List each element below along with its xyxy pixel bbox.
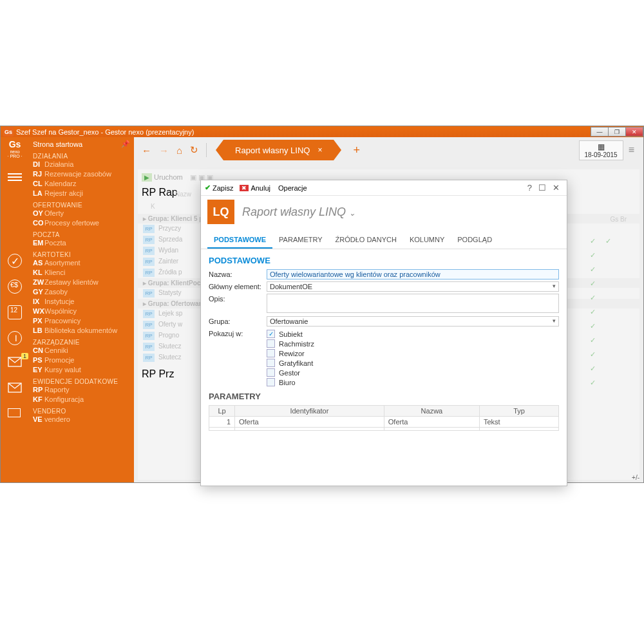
rail-timer-icon[interactable]: ╷: [8, 331, 22, 345]
sidebar-item[interactable]: LBBiblioteka dokumentów: [33, 326, 134, 336]
dialog-title: Raport własny LINQ ⌄: [242, 205, 355, 219]
tab-podglad[interactable]: PODGLĄD: [451, 232, 498, 249]
title-bar: Gs Szef Szef na Gestor_nexo - Gestor nex…: [1, 126, 643, 137]
tab-parametry[interactable]: PARAMETRY: [272, 232, 328, 249]
close-dialog-icon[interactable]: ✕: [553, 183, 560, 193]
linq-report-dialog: ✔ Zapisz ✖ Anuluj Operacje ? ☐ ✕ LQ Rapo…: [200, 180, 567, 486]
rail-mail2-icon[interactable]: [8, 383, 22, 397]
tab-podstawowe[interactable]: PODSTAWOWE: [207, 232, 272, 249]
sidebar-item[interactable]: ZWZestawy klientów: [33, 278, 134, 287]
sidebar: 📌 Strona startowa DZIAŁANIA DIDziałaniaR…: [29, 137, 134, 482]
label-pokazuj: Pokazuj w:: [209, 328, 267, 337]
tab-zrodlo[interactable]: ŹRÓDŁO DANYCH: [329, 232, 403, 249]
sidebar-item[interactable]: PSPromocje: [33, 355, 134, 365]
sidebar-item[interactable]: GYZasoby: [33, 287, 134, 297]
refresh-icon[interactable]: ↻: [190, 144, 198, 156]
x-icon: ✖: [240, 185, 249, 191]
rail-check-icon[interactable]: ✓: [8, 254, 22, 268]
sidebar-home[interactable]: Strona startowa: [33, 140, 134, 149]
calendar-icon: ▦: [585, 142, 618, 151]
mail-badge: 1: [21, 353, 28, 359]
new-tab-icon[interactable]: +: [353, 144, 360, 157]
back-icon[interactable]: ←: [142, 145, 151, 156]
tab-label: Raport własny LINQ: [235, 146, 310, 155]
main-toolbar: ← → ⌂ ↻ Raport własny LINQ × + ▦18-09-20…: [134, 137, 643, 163]
close-button[interactable]: ✕: [625, 127, 643, 137]
sidebar-item[interactable]: KFKonfiguracja: [33, 395, 134, 404]
section-vendero: VENDERO: [33, 408, 134, 415]
section-ewid: EWIDENCJE DODATKOWE: [33, 378, 134, 385]
label-grupa: Grupa:: [209, 316, 267, 325]
sidebar-item[interactable]: CLKalendarz: [33, 179, 134, 189]
active-tab[interactable]: Raport własny LINQ ×: [223, 140, 334, 160]
sidebar-item[interactable]: IXInstytucje: [33, 297, 134, 307]
sidebar-item[interactable]: LARejestr akcji: [33, 189, 134, 198]
sidebar-item[interactable]: COProcesy ofertowe: [33, 218, 134, 228]
label-nazwa: Nazwa:: [209, 269, 267, 278]
forward-icon[interactable]: →: [159, 145, 169, 156]
sidebar-item[interactable]: RPRaporty: [33, 385, 134, 395]
tab-close-icon[interactable]: ×: [317, 146, 322, 155]
minimize-button[interactable]: —: [591, 127, 609, 137]
help-icon[interactable]: ?: [527, 183, 532, 193]
menu-icon[interactable]: [8, 171, 22, 183]
sidebar-item[interactable]: RJRezerwacje zasobów: [33, 169, 134, 179]
zoom-toggle[interactable]: +/-: [632, 474, 639, 481]
rail-calendar-icon[interactable]: 12: [8, 305, 22, 319]
bg-checkmarks: ✓ ✓✓✓✓✓✓✓✓✓✓✓: [590, 234, 611, 390]
grupa-select[interactable]: Ofertowanie▾: [267, 316, 559, 327]
sidebar-item[interactable]: WXWspólnicy: [33, 307, 134, 316]
app-window: Gs Szef Szef na Gestor_nexo - Gestor nex…: [0, 126, 644, 483]
dialog-logo: LQ: [207, 200, 234, 224]
date-widget[interactable]: ▦18-09-2015: [579, 140, 623, 160]
show-in-option[interactable]: ✓Subiekt: [267, 330, 559, 338]
section-basic-title: PODSTAWOWE: [209, 256, 559, 265]
sidebar-item[interactable]: KLKlienci: [33, 268, 134, 278]
main-element-select[interactable]: DokumentOE▾: [267, 281, 559, 292]
save-button[interactable]: Zapisz: [213, 184, 233, 192]
sidebar-item[interactable]: ASAsortyment: [33, 258, 134, 268]
section-kartoteki: KARTOTEKI: [33, 251, 134, 258]
rail-mail1-icon[interactable]: 1: [8, 357, 22, 371]
app-icon: Gs: [3, 127, 14, 137]
tab-kolumny[interactable]: KOLUMNY: [403, 232, 451, 249]
cancel-button[interactable]: Anuluj: [251, 184, 270, 192]
dialog-toolbar: ✔ Zapisz ✖ Anuluj Operacje ? ☐ ✕: [201, 180, 567, 196]
label-opis: Opis:: [209, 294, 267, 303]
table-row[interactable]: 1 Oferta Oferta Tekst: [209, 417, 559, 428]
sidebar-item[interactable]: CNCenniki: [33, 346, 134, 355]
rail-euro-icon[interactable]: €$: [8, 279, 22, 294]
table-row[interactable]: [209, 428, 559, 431]
show-in-option[interactable]: Gestor: [267, 368, 559, 377]
show-in-option[interactable]: Rewizor: [267, 349, 559, 357]
sidebar-item[interactable]: OYOferty: [33, 209, 134, 218]
section-dzialania: DZIAŁANIA: [33, 153, 134, 160]
window-title: Szef Szef na Gestor_nexo - Gestor nexo (…: [16, 128, 194, 136]
sidebar-item[interactable]: VEvendero: [33, 415, 134, 424]
section-zarzadzanie: ZARZĄDZANIE: [33, 339, 134, 346]
sidebar-item[interactable]: DIDziałania: [33, 160, 134, 169]
home-icon[interactable]: ⌂: [176, 145, 182, 156]
left-rail: Gsnexo· PRO · ✓ €$ 12 ╷ 1: [1, 137, 29, 482]
rail-cert-icon[interactable]: [8, 408, 22, 422]
nazwa-input[interactable]: [267, 269, 559, 279]
parameters-table: Lp Identyfikator Nazwa Typ 1 Oferta Ofer…: [209, 405, 559, 431]
operations-button[interactable]: Operacje: [278, 184, 307, 192]
check-icon: ✔: [205, 184, 211, 192]
show-in-option[interactable]: Biuro: [267, 378, 559, 386]
maximize-dialog-icon[interactable]: ☐: [538, 183, 546, 193]
pin-icon[interactable]: 📌: [121, 140, 130, 148]
label-main-element: Główny element:: [209, 281, 267, 290]
sidebar-item[interactable]: EYKursy walut: [33, 365, 134, 375]
sidebar-item[interactable]: EMPoczta: [33, 238, 134, 248]
hamburger-icon[interactable]: ≡: [629, 144, 634, 156]
show-in-option[interactable]: Rachmistrz: [267, 339, 559, 348]
sidebar-item[interactable]: PXPracownicy: [33, 316, 134, 326]
show-in-option[interactable]: Gratyfikant: [267, 359, 559, 367]
maximize-button[interactable]: ❐: [608, 127, 626, 137]
section-poczta: POCZTA: [33, 231, 134, 238]
logo: Gsnexo· PRO ·: [8, 140, 23, 158]
section-param-title: PARAMETRY: [209, 392, 559, 401]
chevron-down-icon[interactable]: ⌄: [349, 209, 355, 218]
opis-textarea[interactable]: [267, 294, 559, 313]
